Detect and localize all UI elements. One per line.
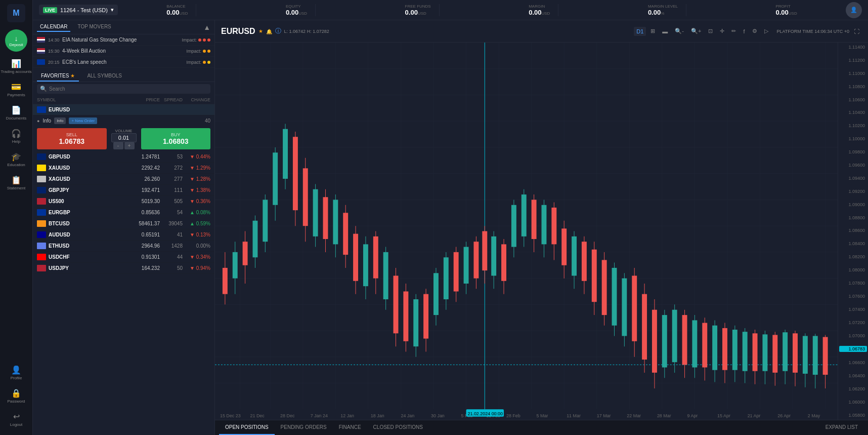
symbol-price-us500: 5019.30 <box>79 199 160 204</box>
symbol-price-ethusd: 2964.96 <box>79 243 160 249</box>
new-order-button[interactable]: + New Order <box>69 117 97 124</box>
symbol-row-us500[interactable]: US500 5019.30 505 ▼ 0.36% <box>33 196 214 207</box>
svg-rect-68 <box>383 252 388 299</box>
tab-all-symbols[interactable]: ALL SYMBOLS <box>83 71 126 82</box>
sidebar-item-trading-accounts[interactable]: 📊 Trading accounts <box>0 55 32 78</box>
sidebar-item-password[interactable]: 🔒 Password <box>0 384 32 408</box>
search-box: 🔍 <box>37 84 210 94</box>
sidebar-item-education[interactable]: 🎓 Education <box>0 148 32 171</box>
account-selector[interactable]: LIVE 11264 - Test (USD) <box>39 5 118 15</box>
sidebar-item-logout[interactable]: ↩ Logout <box>0 408 32 431</box>
forward-button[interactable]: ▷ <box>762 26 771 36</box>
svg-text:9 Apr: 9 Apr <box>687 413 698 418</box>
search-input[interactable] <box>49 86 207 92</box>
svg-rect-96 <box>522 194 527 236</box>
zoom-in-button[interactable]: 🔍+ <box>688 26 704 36</box>
symbol-row-xauusd[interactable]: XAUUSD 2292.42 272 ▼ 1.29% <box>33 163 214 174</box>
price-1094: 1.09400 <box>839 176 867 181</box>
symbol-tabs: FAVORITES ★ ALL SYMBOLS <box>33 68 214 82</box>
symbol-row-eurusd[interactable]: EURUSD <box>33 104 214 115</box>
symbol-change-xauusd: ▼ 1.29% <box>183 165 210 171</box>
svg-rect-44 <box>263 200 268 242</box>
fit-button[interactable]: ⊡ <box>706 26 715 36</box>
volume-input[interactable] <box>111 133 137 142</box>
volume-increase-button[interactable]: + <box>124 142 135 149</box>
price-1084: 1.08400 <box>839 241 867 246</box>
tab-open-positions[interactable]: OPEN POSITIONS <box>219 420 275 435</box>
svg-rect-50 <box>293 137 298 210</box>
user-avatar[interactable]: 👤 <box>846 2 862 18</box>
symbol-row-gbpjpy[interactable]: GBPJPY 192.471 111 ▼ 1.38% <box>33 185 214 196</box>
symbol-row-ethusd[interactable]: ETHUSD 2964.96 1428 0.00% <box>33 241 214 252</box>
svg-rect-38 <box>233 252 238 279</box>
chart-favorite-icon[interactable]: ★ <box>258 28 263 34</box>
svg-text:15 Apr: 15 Apr <box>717 413 730 418</box>
symbol-row-usdjpy[interactable]: USDJPY 164.232 50 ▼ 0.94% <box>33 263 214 274</box>
news-item-0[interactable]: 14:30 EIA Natural Gas Storage Change Imp… <box>33 34 214 46</box>
svg-text:18 Jan: 18 Jan <box>371 413 384 418</box>
news-item-2[interactable]: 20:15 ECB's Lane speech Impact: <box>33 57 214 68</box>
symbol-price-audusd: 0.65191 <box>79 232 160 238</box>
chart-type-bars-button[interactable]: ▬ <box>660 27 670 36</box>
impact-dot-2b <box>207 61 210 64</box>
sidebar-item-profile[interactable]: 👤 Profile <box>0 361 32 384</box>
metric-free-funds: FREE FUNDS 0.00USD <box>397 4 440 16</box>
chart-canvas[interactable]: 15 Dec 23 21 Dec 28 Dec 7 Jan 24 12 Jan … <box>215 43 868 420</box>
price-1076: 1.07600 <box>839 294 867 299</box>
price-1096: 1.09600 <box>839 163 867 168</box>
sell-button[interactable]: SELL 1.06783 <box>37 128 107 149</box>
tab-calendar[interactable]: CALENDAR <box>37 22 70 32</box>
svg-rect-132 <box>702 323 707 368</box>
expand-list-button[interactable]: EXPAND LIST <box>819 420 864 435</box>
deposit-button[interactable]: ↓ Deposit <box>5 29 27 52</box>
flag-us-0 <box>37 37 45 43</box>
sidebar-item-statement[interactable]: 📋 Statement <box>0 171 32 194</box>
flag-us-1 <box>37 48 45 54</box>
sidebar-item-help[interactable]: 🎧 Help <box>0 125 32 148</box>
buy-button[interactable]: BUY 1.06803 <box>141 128 211 149</box>
info-button[interactable]: Info <box>54 117 66 124</box>
chart-type-candles-button[interactable]: ⊞ <box>648 26 658 36</box>
tab-closed-positions[interactable]: CLOSED POSITIONS <box>367 420 429 435</box>
svg-rect-66 <box>373 236 378 279</box>
zoom-out-button[interactable]: 🔍- <box>672 26 686 36</box>
symbol-row-audusd[interactable]: AUDUSD 0.65191 41 ▼ 0.13% <box>33 229 214 241</box>
flag-gbpjpy <box>37 187 46 193</box>
symbol-row-btcusd[interactable]: BTCUSD 58461.37 39045 ▲ 0.59% <box>33 218 214 229</box>
symbol-row-usdchf[interactable]: USDCHF 0.91301 44 ▼ 0.34% <box>33 252 214 263</box>
symbol-spread-gbpjpy: 111 <box>160 187 183 193</box>
symbol-change-xagusd: ▼ 1.28% <box>183 176 210 182</box>
draw-button[interactable]: ✏ <box>729 26 739 36</box>
volume-control: VOLUME - + <box>109 129 139 149</box>
news-item-1[interactable]: 15:30 4-Week Bill Auction Impact: <box>33 46 214 57</box>
svg-rect-54 <box>313 189 318 236</box>
svg-rect-126 <box>672 310 677 362</box>
svg-rect-112 <box>602 260 607 315</box>
sidebar-item-payments[interactable]: 💳 Payments <box>0 78 32 101</box>
sidebar-item-documents[interactable]: 📄 Documents <box>0 101 32 125</box>
expand-button[interactable]: ⛶ <box>851 27 862 36</box>
symbol-row-xagusd[interactable]: XAGUSD 26.260 277 ▼ 1.28% <box>33 174 214 185</box>
svg-rect-82 <box>454 252 459 292</box>
svg-rect-84 <box>464 247 469 284</box>
fibonacci-button[interactable]: f <box>741 27 747 36</box>
svg-text:21 Dec: 21 Dec <box>250 413 265 418</box>
tab-favorites[interactable]: FAVORITES ★ <box>37 71 79 82</box>
symbol-row-gbpusd[interactable]: GBPUSD 1.24781 53 ▼ 0.44% <box>33 151 214 163</box>
chart-bell-icon[interactable] <box>266 28 272 34</box>
crosshair-button[interactable]: ✛ <box>717 26 727 36</box>
symbol-spread-btcusd: 39045 <box>160 221 183 226</box>
tab-finance[interactable]: FINANCE <box>333 420 367 435</box>
panel-collapse-button[interactable]: ▲ <box>203 23 210 31</box>
volume-decrease-button[interactable]: - <box>113 142 123 149</box>
symbol-row-eurgbp[interactable]: EURGBP 0.85636 54 ▲ 0.08% <box>33 207 214 218</box>
tab-pending-orders[interactable]: PENDING ORDERS <box>275 420 333 435</box>
tab-top-movers[interactable]: TOP MOVERS <box>74 22 114 32</box>
trade-buttons: SELL 1.06783 VOLUME - + BUY 1.06803 <box>33 126 214 151</box>
chart-info-icon[interactable] <box>275 27 281 35</box>
impact-dot-orange <box>203 50 206 53</box>
timeframe-d1-button[interactable]: D1 <box>634 27 646 36</box>
flag-btcusd <box>37 220 46 227</box>
symbol-name-audusd: AUDUSD <box>49 232 79 238</box>
settings-button[interactable]: ⚙ <box>750 26 760 36</box>
